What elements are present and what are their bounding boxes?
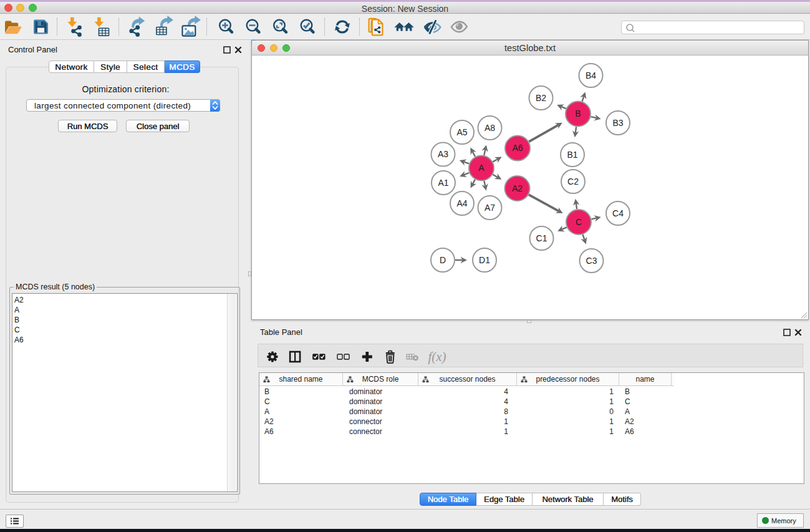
svg-text:D: D [440, 255, 446, 265]
svg-text:C: C [576, 217, 582, 227]
svg-text:C1: C1 [536, 233, 547, 243]
svg-text:A2: A2 [512, 183, 523, 193]
svg-text:A7: A7 [485, 203, 495, 213]
svg-text:B1: B1 [567, 150, 577, 160]
svg-text:B4: B4 [586, 70, 596, 80]
svg-text:f(x): f(x) [428, 349, 446, 364]
svg-text:D1: D1 [479, 255, 490, 265]
svg-text:B: B [575, 109, 581, 118]
svg-text:A5: A5 [456, 127, 467, 137]
svg-text:A1: A1 [438, 178, 448, 188]
svg-text:B2: B2 [536, 93, 546, 103]
svg-text:A8: A8 [485, 123, 495, 133]
svg-text:C4: C4 [612, 208, 624, 218]
svg-text:A4: A4 [456, 198, 467, 208]
svg-text:A3: A3 [438, 149, 448, 159]
svg-text:C3: C3 [586, 256, 597, 266]
svg-text:B3: B3 [612, 118, 623, 128]
svg-text:A: A [478, 163, 485, 173]
svg-text:A6: A6 [512, 143, 523, 153]
svg-text:C2: C2 [567, 177, 579, 186]
